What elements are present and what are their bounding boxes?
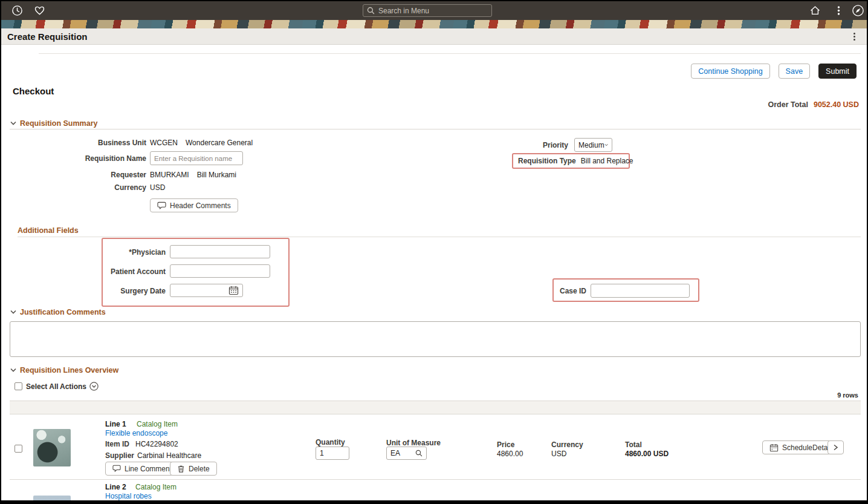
case-id-input[interactable] bbox=[591, 284, 690, 298]
item-description-link[interactable]: Hospital robes bbox=[105, 492, 152, 500]
item-id-value: HC42294802 bbox=[135, 440, 178, 448]
row-count: 9 rows bbox=[837, 391, 858, 399]
page-kebab-icon[interactable] bbox=[849, 31, 860, 44]
line-type: Catalog Item bbox=[135, 483, 177, 491]
chevron-down-icon bbox=[10, 367, 17, 374]
section-title: Requisition Lines Overview bbox=[20, 366, 118, 375]
priority-value: Medium bbox=[578, 141, 604, 149]
table-header-strip bbox=[10, 401, 861, 414]
chevron-down-icon bbox=[10, 120, 17, 127]
supplier-label: Supplier bbox=[105, 451, 134, 460]
circled-chevron-icon bbox=[89, 382, 99, 391]
line-currency-value: USD bbox=[551, 450, 566, 458]
requisition-type-highlight: Requisition Type Bill and Replace bbox=[512, 153, 630, 169]
price-value: 4860.00 bbox=[497, 450, 523, 458]
business-unit-label: Business Unit bbox=[37, 139, 146, 147]
actions-kebab-icon[interactable] bbox=[833, 5, 844, 16]
navbar-compass-icon[interactable] bbox=[852, 4, 864, 17]
create-requisition-page: Search in Menu Create Requisition Contin… bbox=[0, 0, 868, 504]
header-comments-label: Header Comments bbox=[170, 201, 231, 210]
patient-account-input[interactable] bbox=[170, 264, 270, 278]
schedule-calendar-icon bbox=[769, 443, 779, 452]
actions-menu[interactable]: Actions bbox=[60, 382, 99, 391]
business-unit-value: WCGEN Wondercare General bbox=[150, 139, 253, 147]
page-title: Create Requisition bbox=[7, 28, 88, 45]
delete-label: Delete bbox=[189, 465, 210, 473]
order-total: Order Total 9052.40 USD bbox=[768, 100, 859, 109]
currency-label: Currency bbox=[37, 183, 146, 192]
save-button[interactable]: Save bbox=[779, 64, 811, 79]
row-divider bbox=[10, 479, 861, 480]
business-unit-name: Wondercare General bbox=[186, 139, 253, 147]
additional-fields-highlight: *Physician Patient Account Surgery Date bbox=[102, 238, 290, 307]
total-column-label: Total bbox=[625, 440, 642, 449]
requisition-name-label: Requisition Name bbox=[37, 154, 146, 163]
requisition-type-label: Requisition Type bbox=[518, 157, 576, 165]
line-type: Catalog Item bbox=[137, 420, 178, 428]
search-icon bbox=[367, 7, 375, 15]
uom-value: EA bbox=[390, 449, 400, 457]
section-divider bbox=[10, 129, 861, 129]
business-unit-code: WCGEN bbox=[150, 139, 178, 147]
select-all-checkbox[interactable] bbox=[15, 382, 22, 390]
uom-field[interactable]: EA bbox=[386, 447, 427, 460]
search-input[interactable]: Search in Menu bbox=[363, 4, 492, 17]
section-justification-comments[interactable]: Justification Comments bbox=[10, 308, 106, 316]
section-requisition-lines[interactable]: Requisition Lines Overview bbox=[10, 366, 118, 375]
physician-label: *Physician bbox=[106, 248, 166, 257]
submit-button[interactable]: Submit bbox=[818, 64, 857, 79]
header-divider bbox=[39, 53, 861, 54]
chevron-down-icon bbox=[604, 142, 608, 148]
additional-fields-divider bbox=[18, 237, 861, 237]
priority-select[interactable]: Medium bbox=[574, 138, 612, 152]
favorites-heart-icon[interactable] bbox=[34, 5, 45, 16]
requester-name: Bill Murkami bbox=[197, 171, 236, 179]
item-description-link[interactable]: Flexible endoscope bbox=[105, 429, 167, 437]
quantity-column-label: Quantity bbox=[316, 438, 345, 447]
global-header: Search in Menu bbox=[1, 1, 867, 20]
recent-history-icon[interactable] bbox=[11, 5, 23, 16]
requester-label: Requester bbox=[37, 171, 146, 179]
page-title-bar: Create Requisition bbox=[1, 28, 867, 45]
case-id-label: Case ID bbox=[555, 287, 586, 295]
order-total-value: 9052.40 USD bbox=[814, 100, 859, 109]
line-expand-button[interactable] bbox=[828, 440, 844, 454]
quantity-input[interactable] bbox=[316, 447, 349, 460]
requester-code: BMURKAMI bbox=[150, 171, 189, 179]
currency-value: USD bbox=[150, 183, 165, 192]
search-placeholder: Search in Menu bbox=[378, 7, 429, 15]
header-comments-button[interactable]: Header Comments bbox=[150, 198, 238, 212]
patient-account-label: Patient Account bbox=[106, 267, 166, 276]
line-number: Line 2 bbox=[105, 483, 126, 491]
continue-shopping-button[interactable]: Continue Shopping bbox=[691, 64, 769, 79]
line2-item-image bbox=[33, 496, 71, 504]
trash-icon bbox=[177, 465, 185, 473]
select-all-label: Select All bbox=[26, 382, 59, 391]
uom-column-label: Unit of Measure bbox=[386, 439, 441, 447]
section-requisition-summary[interactable]: Requisition Summary bbox=[10, 119, 98, 128]
delete-button[interactable]: Delete bbox=[170, 462, 217, 476]
line-comments-label: Line Comments bbox=[125, 465, 175, 473]
physician-input[interactable] bbox=[170, 245, 270, 258]
supplier-value: Carbinal Healthcare bbox=[137, 451, 201, 460]
surgery-date-label: Surgery Date bbox=[106, 287, 166, 295]
requisition-name-input[interactable] bbox=[150, 151, 243, 165]
home-icon[interactable] bbox=[809, 5, 821, 16]
line-total-value: 4860.00 USD bbox=[625, 450, 669, 458]
chevron-down-icon bbox=[10, 309, 17, 316]
currency-column-label: Currency bbox=[551, 440, 583, 449]
section-title: Justification Comments bbox=[20, 308, 106, 316]
item-id-label: Item ID bbox=[105, 440, 129, 448]
chevron-right-icon bbox=[833, 444, 838, 451]
theme-banner bbox=[1, 20, 867, 28]
price-column-label: Price bbox=[497, 440, 514, 449]
line-number: Line 1 bbox=[105, 420, 126, 428]
line1-checkbox[interactable] bbox=[15, 445, 22, 453]
quantity-column-label-clipped: Quantity bbox=[316, 499, 345, 504]
justification-comments-textarea[interactable] bbox=[10, 321, 861, 357]
comment-bubble-icon bbox=[157, 201, 166, 210]
actions-label: Actions bbox=[60, 382, 86, 391]
calendar-icon[interactable] bbox=[228, 286, 239, 298]
section-title: Requisition Summary bbox=[20, 119, 98, 128]
lookup-search-icon bbox=[415, 450, 423, 457]
